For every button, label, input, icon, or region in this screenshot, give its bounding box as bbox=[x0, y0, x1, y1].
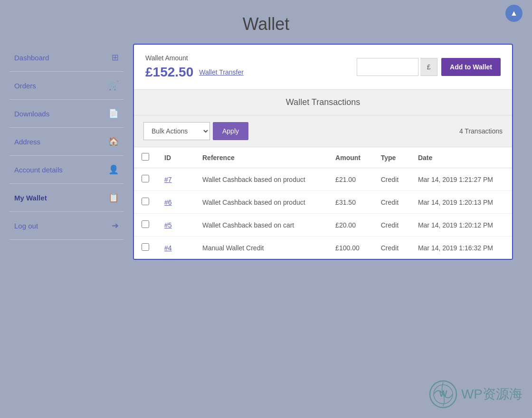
transaction-id-link[interactable]: #5 bbox=[164, 221, 172, 229]
row-type: Credit bbox=[373, 237, 410, 259]
transactions-title: Wallet Transactions bbox=[134, 90, 512, 115]
table-row: #5 Wallet Cashback based on cart £20.00 … bbox=[134, 214, 512, 237]
transactions-toolbar: Bulk Actions Apply 4 Transactions bbox=[134, 115, 512, 147]
dashboard-icon: ⊞ bbox=[112, 52, 119, 63]
wallet-amount-input[interactable] bbox=[357, 58, 418, 76]
wallet-amount-left: Wallet Amount £152.50 Wallet Transfer bbox=[145, 54, 244, 80]
row-checkbox-cell bbox=[134, 237, 157, 259]
page-title: Wallet bbox=[0, 14, 532, 34]
chevron-up-icon: ▲ bbox=[510, 9, 518, 18]
user-icon: 👤 bbox=[108, 164, 119, 175]
sidebar-item-address[interactable]: Address 🏠 bbox=[10, 128, 124, 156]
row-type: Credit bbox=[373, 191, 410, 214]
row-id: #5 bbox=[157, 214, 195, 237]
row-reference: Wallet Cashback based on cart bbox=[195, 214, 328, 237]
select-all-checkbox[interactable] bbox=[142, 153, 149, 161]
row-checkbox-cell bbox=[134, 168, 157, 191]
apply-button[interactable]: Apply bbox=[213, 122, 248, 140]
row-reference: Wallet Cashback based on product bbox=[195, 191, 328, 214]
sidebar-label-dashboard: Dashboard bbox=[14, 54, 49, 62]
bulk-actions-group: Bulk Actions Apply bbox=[143, 122, 248, 140]
cart-icon: 🛒 bbox=[108, 80, 119, 91]
sidebar-item-account-details[interactable]: Account details 👤 bbox=[10, 156, 124, 184]
row-date: Mar 14, 2019 1:20:13 PM bbox=[410, 191, 512, 214]
sidebar-item-dashboard[interactable]: Dashboard ⊞ bbox=[10, 44, 124, 72]
row-amount: £20.00 bbox=[328, 214, 373, 237]
row-checkbox-cell bbox=[134, 191, 157, 214]
transaction-count: 4 Transactions bbox=[459, 127, 503, 135]
sidebar-label-my-wallet: My Wallet bbox=[14, 194, 47, 202]
transaction-id-link[interactable]: #6 bbox=[164, 199, 172, 206]
wallet-amount-label: Wallet Amount bbox=[145, 54, 244, 62]
row-date: Mar 14, 2019 1:20:12 PM bbox=[410, 214, 512, 237]
bulk-actions-select[interactable]: Bulk Actions bbox=[143, 122, 210, 140]
footer-area: W WP资源海 bbox=[0, 370, 532, 418]
row-checkbox[interactable] bbox=[142, 243, 149, 251]
table-row: #4 Manual Wallet Credit £100.00 Credit M… bbox=[134, 237, 512, 259]
row-amount: £21.00 bbox=[328, 168, 373, 191]
transactions-section: Wallet Transactions Bulk Actions Apply 4… bbox=[134, 90, 512, 259]
wallet-amount-section: Wallet Amount £152.50 Wallet Transfer £ … bbox=[134, 45, 512, 90]
sidebar-label-log-out: Log out bbox=[14, 222, 38, 230]
wallet-add-section: £ Add to Wallet bbox=[357, 58, 501, 76]
table-header-type: Type bbox=[373, 147, 410, 168]
row-checkbox-cell bbox=[134, 214, 157, 237]
table-row: #7 Wallet Cashback based on product £21.… bbox=[134, 168, 512, 191]
wallet-transfer-link[interactable]: Wallet Transfer bbox=[199, 68, 244, 76]
row-amount: £31.50 bbox=[328, 191, 373, 214]
home-icon: 🏠 bbox=[108, 136, 119, 147]
sidebar-label-account-details: Account details bbox=[14, 166, 63, 174]
transactions-table: ID Reference Amount Type Date #7 Wallet … bbox=[134, 147, 512, 259]
row-id: #7 bbox=[157, 168, 195, 191]
row-checkbox[interactable] bbox=[142, 220, 149, 228]
currency-badge: £ bbox=[420, 58, 437, 76]
svg-text:W: W bbox=[439, 389, 447, 399]
row-date: Mar 14, 2019 1:21:27 PM bbox=[410, 168, 512, 191]
row-type: Credit bbox=[373, 168, 410, 191]
wallet-amount-value: £152.50 bbox=[145, 65, 193, 80]
transaction-id-link[interactable]: #7 bbox=[164, 176, 172, 183]
row-date: Mar 14, 2019 1:16:32 PM bbox=[410, 237, 512, 259]
wallet-card: Wallet Amount £152.50 Wallet Transfer £ … bbox=[133, 44, 513, 260]
row-reference: Wallet Cashback based on product bbox=[195, 168, 328, 191]
wordpress-logo: W bbox=[429, 380, 457, 408]
sidebar-label-address: Address bbox=[14, 138, 40, 146]
row-id: #6 bbox=[157, 191, 195, 214]
sidebar-item-downloads[interactable]: Downloads 📄 bbox=[10, 100, 124, 128]
table-row: #6 Wallet Cashback based on product £31.… bbox=[134, 191, 512, 214]
table-header-reference: Reference bbox=[195, 147, 328, 168]
wallet-icon: 📋 bbox=[108, 192, 119, 203]
row-type: Credit bbox=[373, 214, 410, 237]
sidebar-label-downloads: Downloads bbox=[14, 110, 49, 118]
sidebar-label-orders: Orders bbox=[14, 82, 36, 90]
sidebar-item-log-out[interactable]: Log out ➜ bbox=[10, 212, 124, 240]
row-id: #4 bbox=[157, 237, 195, 259]
table-header-id: ID bbox=[157, 147, 195, 168]
wp-text: WP资源海 bbox=[461, 385, 522, 403]
sidebar-item-orders[interactable]: Orders 🛒 bbox=[10, 72, 124, 100]
table-header-amount: Amount bbox=[328, 147, 373, 168]
watermark: W WP资源海 bbox=[10, 380, 522, 408]
content-area: Wallet Amount £152.50 Wallet Transfer £ … bbox=[124, 44, 522, 352]
download-icon: 📄 bbox=[108, 108, 119, 119]
add-to-wallet-button[interactable]: Add to Wallet bbox=[441, 58, 501, 76]
table-header-checkbox bbox=[134, 147, 157, 168]
sidebar-item-my-wallet[interactable]: My Wallet 📋 bbox=[10, 184, 124, 212]
row-checkbox[interactable] bbox=[142, 198, 149, 205]
table-header-date: Date bbox=[410, 147, 512, 168]
row-reference: Manual Wallet Credit bbox=[195, 237, 328, 259]
logout-icon: ➜ bbox=[112, 220, 119, 231]
sidebar: Dashboard ⊞ Orders 🛒 Downloads 📄 Address… bbox=[10, 44, 124, 352]
row-checkbox[interactable] bbox=[142, 175, 149, 182]
scroll-top-button[interactable]: ▲ bbox=[505, 5, 522, 22]
transaction-id-link[interactable]: #4 bbox=[164, 244, 172, 252]
row-amount: £100.00 bbox=[328, 237, 373, 259]
